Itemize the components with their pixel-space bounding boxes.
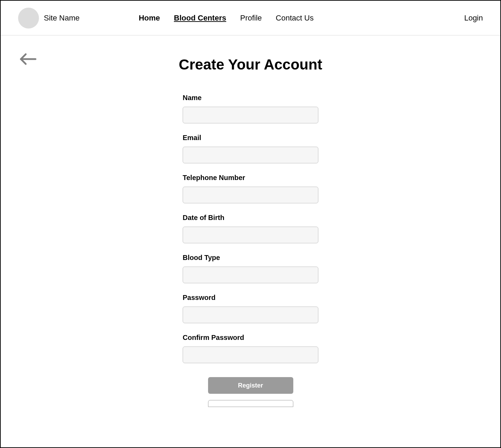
- name-label: Name: [183, 94, 318, 102]
- register-button[interactable]: Register: [208, 377, 293, 394]
- back-button[interactable]: [19, 53, 37, 67]
- name-input[interactable]: [183, 107, 318, 123]
- nav-blood-centers[interactable]: Blood Centers: [174, 14, 226, 23]
- main-nav: Home Blood Centers Profile Contact Us: [139, 14, 314, 23]
- nav-home[interactable]: Home: [139, 14, 160, 23]
- field-confirm-password: Confirm Password: [183, 334, 318, 363]
- blood-type-label: Blood Type: [183, 254, 318, 262]
- arrow-left-icon: [19, 53, 37, 65]
- field-telephone: Telephone Number: [183, 174, 318, 203]
- field-name: Name: [183, 94, 318, 123]
- site-logo: [18, 8, 39, 28]
- email-input[interactable]: [183, 147, 318, 163]
- email-label: Email: [183, 134, 318, 142]
- field-dob: Date of Birth: [183, 214, 318, 243]
- password-label: Password: [183, 294, 318, 302]
- nav-profile[interactable]: Profile: [240, 14, 262, 23]
- confirm-password-label: Confirm Password: [183, 334, 318, 342]
- secondary-row: [183, 400, 318, 407]
- field-password: Password: [183, 294, 318, 323]
- field-email: Email: [183, 134, 318, 163]
- dob-label: Date of Birth: [183, 214, 318, 222]
- secondary-box[interactable]: [208, 400, 293, 407]
- confirm-password-input[interactable]: [183, 347, 318, 363]
- telephone-input[interactable]: [183, 187, 318, 203]
- site-name: Site Name: [44, 14, 80, 23]
- telephone-label: Telephone Number: [183, 174, 318, 182]
- field-blood-type: Blood Type: [183, 254, 318, 283]
- register-form: Name Email Telephone Number Date of Birt…: [183, 94, 318, 407]
- page-title: Create Your Account: [179, 56, 322, 73]
- login-link[interactable]: Login: [464, 14, 483, 23]
- password-input[interactable]: [183, 307, 318, 323]
- header: Site Name Home Blood Centers Profile Con…: [1, 1, 500, 35]
- blood-type-input[interactable]: [183, 267, 318, 283]
- register-row: Register: [183, 377, 318, 394]
- dob-input[interactable]: [183, 227, 318, 243]
- main-content: Create Your Account Name Email Telephone…: [1, 35, 500, 407]
- nav-contact-us[interactable]: Contact Us: [276, 14, 314, 23]
